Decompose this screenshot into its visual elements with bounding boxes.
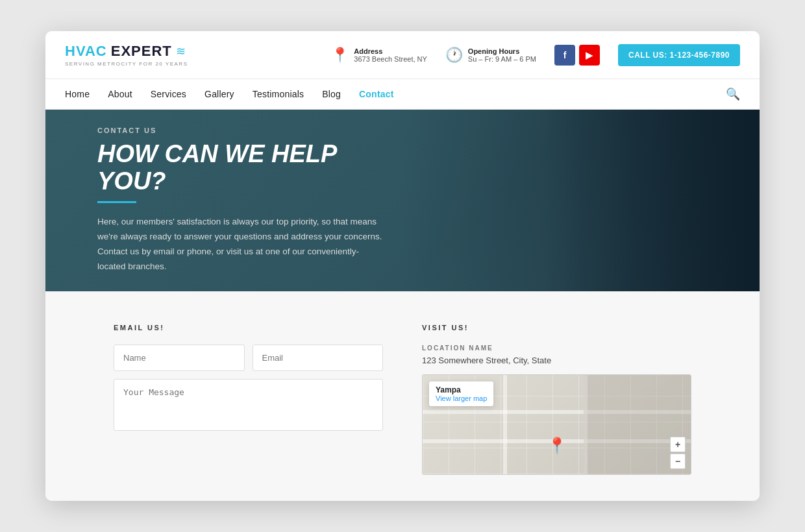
nav-links: Home About Services Gallery Testimonials…: [65, 79, 726, 109]
nav-contact[interactable]: Contact: [359, 89, 394, 99]
site-header: HVAC EXPERT ≋ SERVING METROCITY FOR 20 Y…: [45, 31, 760, 79]
visit-section-label: VISIT US!: [422, 324, 691, 332]
logo: HVAC EXPERT ≋ SERVING METROCITY FOR 20 Y…: [65, 43, 188, 67]
hours-block: 🕐 Opening Hours Su – Fr: 9 AM – 6 PM: [445, 47, 536, 64]
form-section-label: EMAIL US!: [114, 324, 383, 332]
social-icons: f ▶: [554, 45, 600, 66]
hero-content: CONTACT US HOW CAN WE HELP YOU? Here, ou…: [45, 110, 435, 291]
hero-section: CONTACT US HOW CAN WE HELP YOU? Here, ou…: [45, 110, 760, 291]
nav-testimonials[interactable]: Testimonials: [253, 89, 304, 99]
map-popup-link[interactable]: View larger map: [436, 394, 487, 402]
email-input[interactable]: [253, 345, 384, 371]
address-label: Address: [354, 47, 427, 55]
hero-label: CONTACT US: [97, 127, 383, 134]
logo-expert: EXPERT: [111, 43, 172, 60]
map-controls: + −: [670, 437, 686, 469]
message-textarea[interactable]: [114, 379, 383, 431]
address-value: 3673 Beech Street, NY: [354, 55, 427, 63]
logo-subtitle: SERVING METROCITY FOR 20 YEARS: [65, 61, 188, 67]
nav-about[interactable]: About: [108, 89, 132, 99]
map-popup: Yampa View larger map: [429, 381, 493, 406]
content-section: EMAIL US! VISIT US! LOCATION NAME 123 So…: [45, 291, 760, 501]
hero-title: HOW CAN WE HELP YOU?: [97, 141, 383, 195]
nav-gallery[interactable]: Gallery: [204, 89, 234, 99]
hours-value: Su – Fr: 9 AM – 6 PM: [468, 55, 536, 63]
nav-services[interactable]: Services: [151, 89, 186, 99]
nav-blog[interactable]: Blog: [322, 89, 341, 99]
navigation: Home About Services Gallery Testimonials…: [45, 79, 760, 110]
call-button[interactable]: CALL US: 1-123-456-7890: [618, 44, 740, 66]
clock-icon: 🕐: [445, 47, 463, 64]
location-address: 123 Somewhere Street, City, State: [422, 356, 691, 365]
logo-hvac: HVAC: [65, 43, 107, 60]
map-area: VISIT US! LOCATION NAME 123 Somewhere St…: [422, 324, 691, 475]
header-info: 📍 Address 3673 Beech Street, NY 🕐 Openin…: [331, 44, 740, 66]
map-zoom-out-button[interactable]: −: [670, 453, 686, 469]
email-form-area: EMAIL US!: [114, 324, 383, 475]
location-pin-icon: 📍: [331, 47, 349, 64]
search-icon[interactable]: 🔍: [726, 87, 740, 101]
map-zoom-in-button[interactable]: +: [670, 437, 686, 452]
map-popup-title: Yampa: [436, 385, 487, 394]
map-pin-icon: 📍: [547, 437, 567, 455]
hero-description: Here, our members' satisfaction is alway…: [97, 215, 383, 274]
hero-overlay: [545, 110, 760, 291]
address-block: 📍 Address 3673 Beech Street, NY: [331, 47, 427, 64]
hvac-icon: ≋: [176, 44, 186, 58]
map-container: Yampa View larger map 📍 + −: [422, 374, 691, 475]
hours-label: Opening Hours: [468, 47, 536, 55]
hero-underline: [97, 201, 136, 203]
nav-home[interactable]: Home: [65, 89, 90, 99]
youtube-button[interactable]: ▶: [579, 45, 600, 66]
form-name-email-row: [114, 345, 383, 371]
facebook-button[interactable]: f: [554, 45, 575, 66]
name-input[interactable]: [114, 345, 245, 371]
map-road-v1: [503, 375, 507, 474]
location-name-label: LOCATION NAME: [422, 345, 691, 352]
